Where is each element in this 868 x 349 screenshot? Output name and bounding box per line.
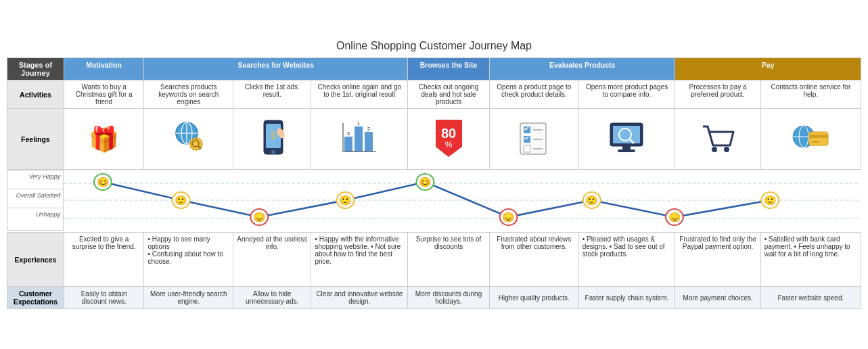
feeling-icon-1 bbox=[144, 109, 233, 170]
svg-text:%: % bbox=[444, 140, 452, 149]
globe-search-icon bbox=[172, 120, 206, 157]
journey-map-container: Online Shopping Customer Journey Map Sta… bbox=[7, 40, 861, 309]
act-cell-2: Clicks the 1st ads. result. bbox=[233, 80, 311, 109]
act-cell-6: Opens more product pages to compare info… bbox=[578, 80, 675, 109]
mobile-icon: $ bbox=[257, 118, 288, 159]
expectations-row: Customer Expectations Easily to obtain d… bbox=[7, 287, 861, 309]
cart-icon bbox=[700, 120, 737, 157]
svg-text:3: 3 bbox=[347, 131, 350, 137]
svg-point-9 bbox=[271, 150, 275, 154]
expect-cell-7: More payment choices. bbox=[675, 287, 760, 309]
feeling-icon-7 bbox=[675, 109, 760, 170]
feeling-icon-2: $ bbox=[233, 109, 311, 170]
experiences-row: Experiences Excited to give a surprise t… bbox=[7, 233, 861, 287]
activities-row: Activities Wants to buy a Christmas gift… bbox=[7, 80, 861, 109]
svg-text:🙂: 🙂 bbox=[175, 194, 189, 206]
svg-text:😊: 😊 bbox=[97, 176, 110, 187]
feeling-icon-6 bbox=[578, 109, 675, 170]
expect-cell-2: Allow to hide unnecessary ads. bbox=[233, 287, 311, 309]
act-cell-0: Wants to buy a Christmas gift for a frie… bbox=[64, 80, 144, 109]
exp-cell-2: Annoyed at the useless info. bbox=[233, 233, 311, 287]
act-cell-5: Opens a product page to check product de… bbox=[489, 80, 578, 109]
feelings-row: Feelings 🎁 bbox=[7, 109, 861, 170]
svg-rect-39 bbox=[618, 149, 635, 152]
svg-rect-38 bbox=[622, 146, 631, 149]
svg-text:😊: 😊 bbox=[419, 176, 432, 187]
exp-cell-5: Frustrated about reviews from other cust… bbox=[489, 233, 578, 287]
feeling-icon-5 bbox=[489, 109, 578, 170]
header-row: Stages of Journey Motivation Searches fo… bbox=[7, 58, 861, 80]
page-title: Online Shopping Customer Journey Map bbox=[7, 40, 861, 52]
act-cell-1: Searches products keywords on search eng… bbox=[144, 80, 233, 109]
expect-cell-0: Easily to obtain discount news. bbox=[64, 287, 144, 309]
feeling-icon-4: 80 % bbox=[408, 109, 490, 170]
exp-cell-4: Surprise to see lots of discounts bbox=[408, 233, 490, 287]
col-evaluates: Evaluates Products bbox=[489, 58, 675, 80]
svg-text:😞: 😞 bbox=[253, 211, 267, 223]
col-browses: Browses the Site bbox=[408, 58, 490, 80]
exp-cell-3: • Happy with the informative shopping we… bbox=[311, 233, 408, 287]
svg-text:🙂: 🙂 bbox=[586, 194, 599, 206]
overall-satisfied-label: Overall Satisfied bbox=[7, 189, 64, 208]
svg-rect-32 bbox=[524, 145, 530, 152]
exp-cell-8: • Satisfied with bank card payment. • Fe… bbox=[760, 233, 861, 287]
svg-rect-46 bbox=[809, 135, 828, 138]
expect-cell-4: More discounts during holidays. bbox=[408, 287, 490, 309]
act-cell-4: Checks out ongoing deals and hot sale pr… bbox=[408, 80, 490, 109]
stage-header: Stages of Journey bbox=[7, 58, 64, 80]
svg-text:🙂: 🙂 bbox=[340, 194, 353, 206]
svg-text:1: 1 bbox=[357, 120, 361, 126]
svg-rect-13 bbox=[355, 126, 363, 152]
exp-cell-7: Frustrated to find only the Paypal payme… bbox=[675, 233, 760, 287]
expect-cell-3: Clear and innovative website design. bbox=[311, 287, 408, 309]
feelings-label: Feelings bbox=[7, 109, 64, 170]
svg-rect-28 bbox=[524, 136, 530, 143]
col-searches: Searches for Websites bbox=[144, 58, 408, 80]
exp-cell-6: • Pleased with usages & designs. • Sad t… bbox=[578, 233, 675, 287]
col-motivation: Motivation bbox=[64, 58, 144, 80]
expectations-label: Customer Expectations bbox=[7, 287, 64, 309]
expect-cell-6: Faster supply chain system. bbox=[578, 287, 675, 309]
bar-chart-icon: 3 1 2 bbox=[341, 120, 378, 157]
expect-cell-1: More user-friendly search engine. bbox=[144, 287, 233, 309]
exp-cell-1: • Happy to see many options • Confusing … bbox=[144, 233, 233, 287]
act-cell-3: Checks online again and go to the 1st. o… bbox=[311, 80, 408, 109]
svg-text:🙂: 🙂 bbox=[764, 194, 777, 206]
svg-rect-45 bbox=[809, 132, 828, 145]
svg-rect-14 bbox=[365, 132, 373, 152]
col-pay: Pay bbox=[675, 58, 861, 80]
satisfaction-chart: 😊 🙂 😞 🙂 bbox=[64, 170, 861, 231]
feeling-icon-0: 🎁 bbox=[64, 109, 144, 170]
svg-text:😞: 😞 bbox=[668, 211, 682, 223]
activities-label: Activities bbox=[7, 80, 64, 109]
very-happy-label: Very Happy bbox=[7, 170, 64, 189]
svg-point-40 bbox=[712, 147, 717, 152]
expect-cell-8: Faster website speed. bbox=[760, 287, 861, 309]
svg-text:$: $ bbox=[271, 130, 276, 141]
exp-cell-0: Excited to give a surprise to the friend… bbox=[64, 233, 144, 287]
svg-rect-24 bbox=[524, 126, 530, 133]
satisfaction-chart-row: Very Happy Overall Satisfied Unhappy bbox=[7, 170, 861, 233]
checklist-icon bbox=[517, 120, 551, 157]
credit-card-icon bbox=[790, 120, 831, 157]
sale-icon: 80 % bbox=[430, 116, 467, 160]
expect-cell-5: Higher quality products. bbox=[489, 287, 578, 309]
monitor-icon bbox=[608, 120, 645, 157]
act-cell-7: Processes to pay a preferred product. bbox=[675, 80, 760, 109]
svg-rect-12 bbox=[344, 137, 352, 152]
svg-text:80: 80 bbox=[440, 126, 455, 141]
act-cell-8: Contacts online service for help. bbox=[760, 80, 861, 109]
svg-text:😞: 😞 bbox=[503, 211, 516, 223]
feeling-icon-8 bbox=[760, 109, 861, 170]
unhappy-label: Unhappy bbox=[7, 208, 64, 230]
level-labels: Very Happy Overall Satisfied Unhappy bbox=[7, 170, 64, 231]
gift-icon: 🎁 bbox=[68, 125, 141, 154]
svg-text:2: 2 bbox=[367, 126, 371, 132]
svg-rect-47 bbox=[812, 141, 819, 143]
experiences-label: Experiences bbox=[7, 233, 64, 287]
journey-map-table: Stages of Journey Motivation Searches fo… bbox=[7, 57, 861, 309]
svg-point-41 bbox=[724, 147, 729, 152]
feeling-icon-3: 3 1 2 bbox=[311, 109, 408, 170]
